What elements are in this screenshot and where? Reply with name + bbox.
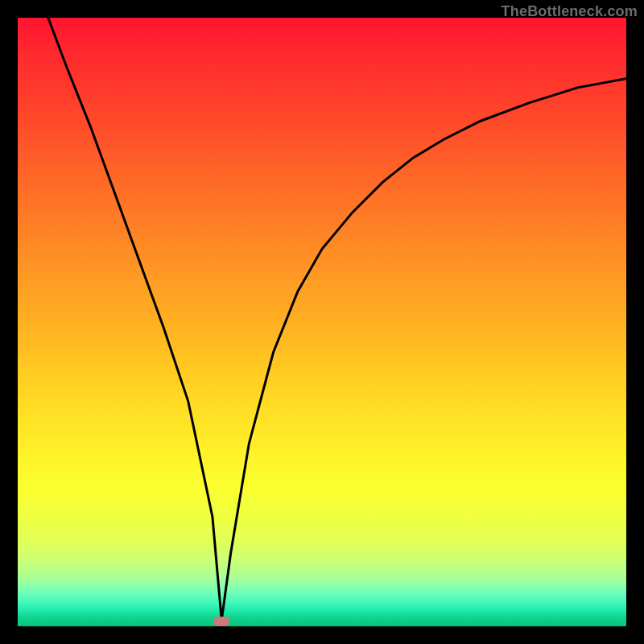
chart-frame: TheBottleneck.com <box>0 0 644 644</box>
curve-path <box>48 18 626 620</box>
bottleneck-curve <box>18 18 626 626</box>
plot-area <box>18 18 626 626</box>
min-marker <box>213 617 229 626</box>
